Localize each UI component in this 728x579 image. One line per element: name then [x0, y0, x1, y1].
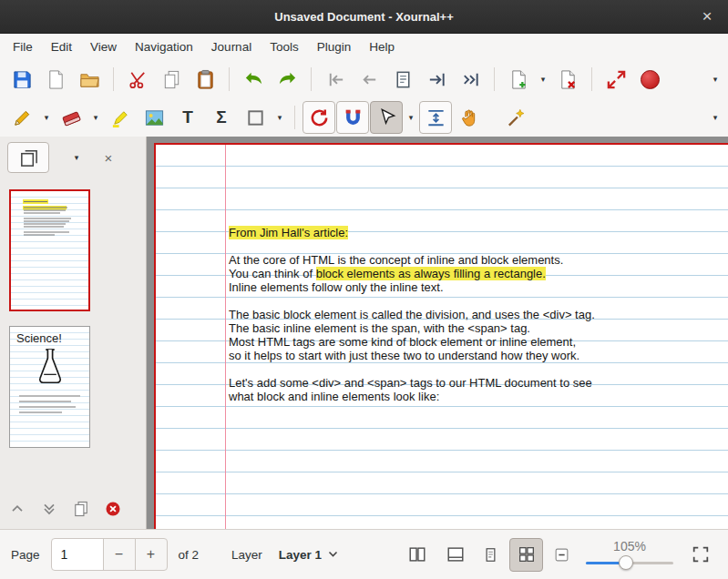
highlighter-tool-button[interactable]: [104, 101, 137, 134]
shape-tool-button[interactable]: [239, 101, 272, 134]
chevron-down-icon: ▾: [541, 75, 546, 84]
page-number-input[interactable]: 1: [51, 538, 104, 571]
zoom-out-button[interactable]: [548, 540, 576, 570]
cut-button[interactable]: [121, 63, 154, 96]
page-thumbnail-1-selected[interactable]: [9, 189, 90, 311]
tools-toolbar-overflow-dropdown[interactable]: ▾: [708, 101, 723, 134]
menu-navigation[interactable]: Navigation: [126, 36, 202, 57]
note-text: Inline elements follow only the inline t…: [229, 280, 444, 294]
previous-annotated-page-button[interactable]: [386, 63, 419, 96]
previous-page-nav-button[interactable]: [4, 496, 30, 522]
sigma-icon: Σ: [216, 107, 226, 127]
window-title: Unsaved Document - Xournal++: [274, 10, 454, 24]
document-page[interactable]: From Jim Hall's article:At the core of H…: [154, 143, 728, 529]
math-tex-button[interactable]: Σ: [205, 101, 238, 134]
redo-button[interactable]: [271, 63, 303, 96]
menu-tools[interactable]: Tools: [261, 36, 308, 57]
shape-tool-dropdown[interactable]: ▾: [272, 101, 287, 134]
pen-tool-button[interactable]: [5, 101, 38, 134]
sidebar-footer: [0, 493, 146, 529]
window-close-button[interactable]: ×: [695, 6, 719, 26]
text-tool-icon: T: [182, 107, 193, 127]
previous-page-button[interactable]: [353, 63, 385, 96]
titlebar[interactable]: Unsaved Document - Xournal++ ×: [0, 0, 728, 34]
vertical-space-button[interactable]: [419, 101, 452, 134]
delete-page-button[interactable]: [551, 63, 584, 96]
menu-help[interactable]: Help: [360, 36, 404, 57]
page-increment-button[interactable]: +: [135, 538, 168, 571]
zoom-control: 105%: [582, 539, 677, 570]
menu-file[interactable]: File: [4, 36, 42, 57]
close-icon: ×: [105, 150, 113, 166]
layer-dropdown[interactable]: Layer 1: [272, 543, 345, 567]
chevron-down-icon: ▾: [94, 113, 98, 122]
grid-snapping-button[interactable]: [336, 101, 369, 134]
open-document-button[interactable]: [73, 63, 106, 96]
page-decrement-button[interactable]: −: [103, 538, 136, 571]
new-document-button[interactable]: [39, 63, 72, 96]
hand-tool-button[interactable]: [453, 101, 486, 134]
preview-pane-dropdown[interactable]: ▾: [69, 141, 84, 174]
canvas-area[interactable]: From Jim Hall's article:At the core of H…: [147, 137, 728, 529]
zoom-slider[interactable]: [586, 555, 673, 570]
first-page-button[interactable]: [319, 63, 352, 96]
eraser-tool-dropdown[interactable]: ▾: [88, 101, 103, 134]
selection-dropdown[interactable]: ▾: [404, 101, 418, 134]
zoom-100-button[interactable]: [477, 540, 505, 570]
pen-tool-dropdown[interactable]: ▾: [39, 101, 54, 134]
note-line: so it helps to start with just these two…: [229, 349, 595, 362]
shape-recognizer-button[interactable]: [499, 101, 532, 134]
menu-view[interactable]: View: [81, 36, 126, 57]
menu-edit[interactable]: Edit: [42, 36, 81, 57]
zoom-slider-handle[interactable]: [619, 555, 633, 570]
minus-box-icon: [553, 546, 570, 564]
next-page-nav-button[interactable]: [36, 496, 62, 522]
next-page-button[interactable]: [420, 63, 453, 96]
save-button[interactable]: [5, 63, 38, 96]
note-text: The basic block element is called the di…: [229, 308, 595, 321]
rotation-snapping-button[interactable]: [302, 101, 335, 134]
sidebar-close-button[interactable]: ×: [97, 141, 120, 174]
fullscreen-button[interactable]: [600, 63, 632, 96]
zoom-fit-page-button[interactable]: [683, 538, 717, 572]
shape-square-icon: [245, 107, 266, 128]
paste-button[interactable]: [189, 63, 221, 96]
insert-image-button[interactable]: [138, 101, 170, 134]
preview-pane-button[interactable]: [7, 142, 49, 173]
copy-page-button[interactable]: [67, 496, 94, 522]
margin-line: [225, 145, 226, 529]
undo-button[interactable]: [237, 63, 270, 96]
statusbar: Page 1 − + of 2 Layer Layer 1: [0, 529, 728, 579]
new-page-icon: [508, 69, 529, 90]
presentation-mode-button[interactable]: [438, 538, 472, 572]
expand-corners-icon: [691, 544, 711, 564]
previous-page-icon: [359, 69, 380, 90]
note-line: You can think of block elements as alway…: [229, 267, 595, 280]
eraser-tool-button[interactable]: [55, 101, 87, 134]
toolbar-overflow-dropdown[interactable]: ▾: [708, 63, 723, 96]
new-page-dropdown[interactable]: ▾: [536, 63, 550, 96]
tools-toolbar: ▾ ▾ T Σ ▾ ▾: [0, 98, 728, 137]
menu-plugin[interactable]: Plugin: [308, 36, 361, 57]
hand-icon: [459, 107, 480, 128]
zoom-fit-button[interactable]: [509, 538, 543, 572]
new-page-after-button[interactable]: [502, 63, 535, 96]
chevron-down-icon: ▾: [713, 113, 718, 122]
highlighted-text: From Jim Hall's article:: [229, 226, 348, 239]
last-page-button[interactable]: [454, 63, 487, 96]
note-line: [229, 362, 595, 376]
layer-value: Layer 1: [279, 548, 322, 562]
text-tool-button[interactable]: T: [171, 101, 204, 134]
page-thumbnail-2[interactable]: Science!: [9, 326, 90, 448]
menu-journal[interactable]: Journal: [202, 36, 261, 57]
select-rect-button[interactable]: [370, 101, 403, 134]
note-text: You can think of: [229, 267, 316, 280]
delete-page-sidebar-button[interactable]: [99, 496, 126, 522]
paired-pages-button[interactable]: [400, 538, 434, 572]
next-page-icon: [426, 69, 447, 90]
chevron-down-icon: ▾: [278, 113, 282, 122]
copy-button[interactable]: [155, 63, 188, 96]
save-icon: [12, 69, 33, 90]
fullscreen-arrows-icon: [606, 69, 627, 90]
record-audio-button[interactable]: [633, 63, 666, 96]
